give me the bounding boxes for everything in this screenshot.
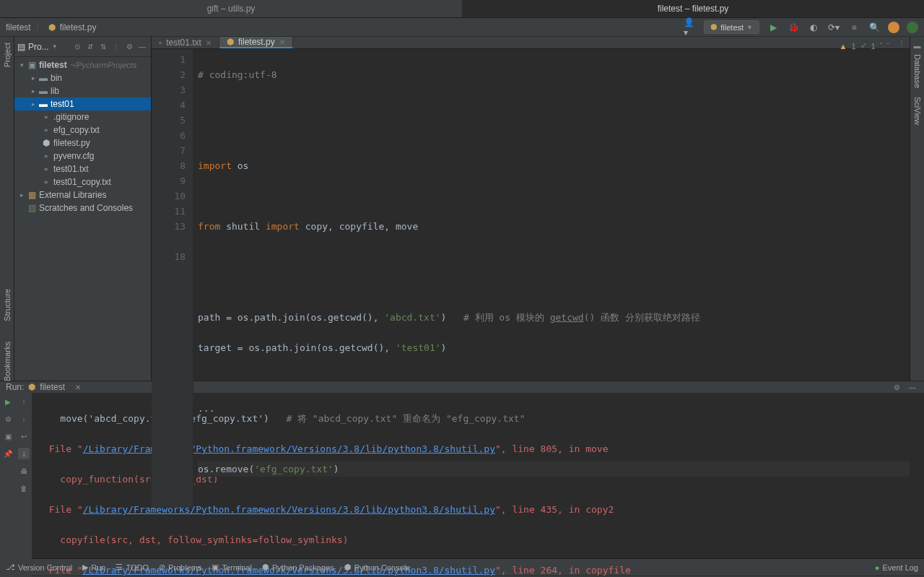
gear-icon[interactable]: ⚙ xyxy=(123,41,135,53)
tool-tab-sciview[interactable]: SciView xyxy=(913,97,922,125)
python-file-icon: ⬢ xyxy=(48,22,56,32)
file-icon: ▫ xyxy=(40,112,52,122)
folder-icon: ▬ xyxy=(38,73,49,83)
code-editor[interactable]: 123456789101113 18 # coding:utf-8 import… xyxy=(152,49,910,507)
tree-file-test01-copy[interactable]: ▫ test01_copy.txt xyxy=(14,175,151,188)
tree-folder-test01[interactable]: ▸ ▬ test01 xyxy=(14,97,151,110)
tree-folder-bin[interactable]: ▸ ▬ bin xyxy=(14,71,151,84)
tree-file-gitignore[interactable]: ▫ .gitignore xyxy=(14,110,151,123)
todo-icon: ☰ xyxy=(116,563,123,572)
text-file-icon: ▫ xyxy=(40,125,52,135)
chevron-right-icon: 〉 xyxy=(35,21,44,33)
profile-button[interactable]: ⟳▾ xyxy=(827,21,840,34)
tool-run[interactable]: ▶Run xyxy=(82,563,105,572)
tree-label: filetest.py xyxy=(53,138,90,148)
close-icon[interactable]: ✕ xyxy=(279,38,285,46)
project-panel-title[interactable]: ▤ Pro... ▼ xyxy=(17,42,70,52)
user-icon[interactable]: 👤▾ xyxy=(684,21,697,34)
close-icon[interactable]: ✕ xyxy=(72,381,84,393)
terminal-icon: ▣ xyxy=(212,563,219,572)
show-options-icon[interactable]: ⋮ xyxy=(110,41,122,53)
select-opened-file-icon[interactable]: ⊙ xyxy=(71,41,83,53)
chevron-down-icon: ▼ xyxy=(52,43,58,50)
tree-root[interactable]: ▾ ▣ filetest ~/PycharmProjects xyxy=(14,58,151,71)
layout-icon[interactable]: ▣ xyxy=(2,430,14,442)
tool-tab-structure[interactable]: Structure xyxy=(3,289,12,321)
file-icon: ▫ xyxy=(40,151,52,161)
tool-problems[interactable]: ⊘Problems xyxy=(159,563,201,572)
text-file-icon: ▫ xyxy=(159,38,162,48)
text-file-icon: ▫ xyxy=(40,177,52,187)
coverage-button[interactable]: ◐ xyxy=(807,21,820,34)
folder-icon: ▬ xyxy=(38,86,49,96)
code-content[interactable]: # coding:utf-8 import os from shutil imp… xyxy=(193,49,910,507)
tree-file-test01-txt[interactable]: ▫ test01.txt xyxy=(14,162,151,175)
clear-icon[interactable]: 🗑 xyxy=(18,482,30,494)
editor-tabs: ▫ test01.txt ✕ ⬢ filetest.py ✕ ⋮ xyxy=(152,37,910,49)
tree-label: lib xyxy=(51,86,59,96)
debug-button[interactable]: 🐞 xyxy=(787,21,800,34)
collapse-all-icon[interactable]: ⇅ xyxy=(97,41,109,53)
rerun-button[interactable]: ▶ xyxy=(2,396,14,407)
editor-tab-label: test01.txt xyxy=(166,38,201,48)
chevron-right-icon: ▸ xyxy=(17,191,26,199)
editor-tab-py[interactable]: ⬢ filetest.py ✕ xyxy=(219,37,293,48)
python-file-icon: ⬢ xyxy=(227,37,234,47)
tool-version-control[interactable]: ⎇Version Control xyxy=(6,563,72,572)
run-config-selector[interactable]: ⬢ filetest ▼ xyxy=(704,20,759,34)
stop-button[interactable]: ■ xyxy=(847,21,860,34)
run-toolbar-secondary: ↑ ↓ ↩ ⤓ 🖶 🗑 xyxy=(16,393,32,577)
print-icon[interactable]: 🖶 xyxy=(18,465,30,477)
tree-folder-lib[interactable]: ▸ ▬ lib xyxy=(14,84,151,97)
chevron-down-icon: ▼ xyxy=(746,24,753,31)
run-icon: ▶ xyxy=(82,563,88,572)
scroll-to-end-icon[interactable]: ⤓ xyxy=(18,448,30,459)
hide-icon[interactable]: — xyxy=(136,41,148,53)
editor-tab-label: filetest.py xyxy=(238,37,275,47)
tool-tab-project[interactable]: Project xyxy=(3,43,12,67)
up-icon[interactable]: ↑ xyxy=(18,396,30,407)
breadcrumb-file[interactable]: filetest.py xyxy=(60,22,97,32)
tool-tab-bookmarks[interactable]: Bookmarks xyxy=(3,342,12,381)
window-tab-left[interactable]: gift – utils.py xyxy=(0,0,462,17)
tree-label: pyvenv.cfg xyxy=(53,151,94,161)
tree-file-pyvenv[interactable]: ▫ pyvenv.cfg xyxy=(14,149,151,162)
breadcrumb: filetest 〉 ⬢ filetest.py xyxy=(6,21,96,33)
tree-external-libs[interactable]: ▸ ▦ External Libraries xyxy=(14,188,151,201)
run-config-name: filetest xyxy=(720,23,744,32)
expand-all-icon[interactable]: ⇵ xyxy=(84,41,96,53)
breadcrumb-root[interactable]: filetest xyxy=(6,22,31,32)
search-everywhere-icon[interactable]: 🔍 xyxy=(868,21,881,34)
tool-python-packages[interactable]: ⬢Python Packages xyxy=(262,563,334,572)
settings-sync-icon[interactable] xyxy=(907,22,918,33)
chevron-right-icon: ▸ xyxy=(29,100,38,108)
pin-icon[interactable]: 📌 xyxy=(2,448,14,459)
tree-scratches[interactable]: ▧ Scratches and Consoles xyxy=(14,201,151,214)
stop-button[interactable]: ⚙ xyxy=(2,413,14,425)
tree-file-efg-copy[interactable]: ▫ efg_copy.txt xyxy=(14,123,151,136)
notifications-icon[interactable]: ▬ xyxy=(912,40,923,51)
down-icon[interactable]: ↓ xyxy=(18,413,30,425)
run-toolbar-primary: ▶ ⚙ ▣ 📌 xyxy=(0,393,16,577)
library-icon: ▦ xyxy=(26,190,38,200)
editor-tab-txt[interactable]: ▫ test01.txt ✕ xyxy=(152,37,219,48)
tool-todo[interactable]: ☰TODO xyxy=(116,563,149,572)
project-panel: ▤ Pro... ▼ ⊙ ⇵ ⇅ ⋮ ⚙ — ▾ ▣ filetest ~/Py… xyxy=(14,37,152,381)
close-icon[interactable]: ✕ xyxy=(206,39,212,47)
python-icon: ⬢ xyxy=(28,382,35,392)
python-icon: ⬢ xyxy=(710,22,718,32)
tool-event-log[interactable]: ●Event Log xyxy=(875,563,918,572)
tool-python-console[interactable]: ⬢Python Console xyxy=(344,563,411,572)
avatar[interactable] xyxy=(888,22,899,33)
run-panel-config: filetest xyxy=(40,382,65,392)
tree-file-filetest-py[interactable]: ⬢ filetest.py xyxy=(14,136,151,149)
window-tab-right[interactable]: filetest – filetest.py xyxy=(462,0,924,17)
tree-hint: ~/PycharmProjects xyxy=(70,61,137,69)
run-button[interactable]: ▶ xyxy=(767,21,780,34)
right-tool-stripe: ▬ Database SciView xyxy=(910,37,924,381)
tool-terminal[interactable]: ▣Terminal xyxy=(212,563,252,572)
soft-wrap-icon[interactable]: ↩ xyxy=(18,430,30,442)
tab-options-icon[interactable]: ⋮ xyxy=(898,37,910,48)
tool-tab-database[interactable]: Database xyxy=(913,54,922,88)
editor-area: ▫ test01.txt ✕ ⬢ filetest.py ✕ ⋮ ▲1 ✓1 ˆ… xyxy=(152,37,910,381)
